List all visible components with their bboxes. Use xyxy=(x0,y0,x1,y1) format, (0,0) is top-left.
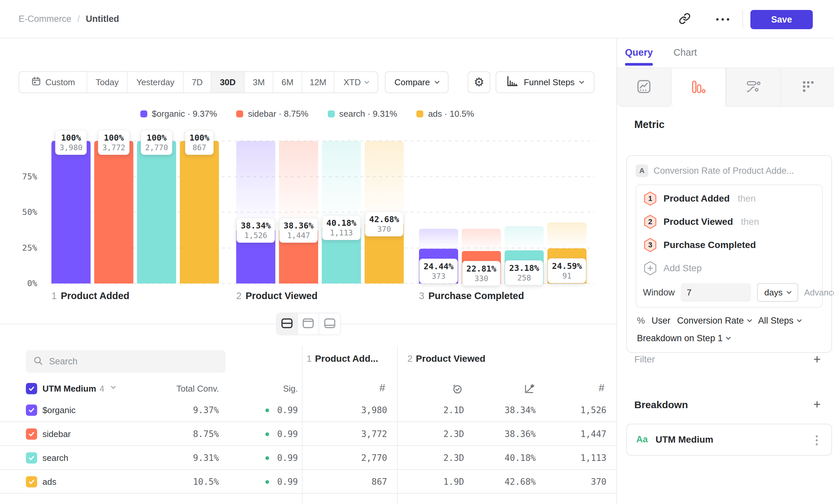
count-column-icon[interactable]: # xyxy=(379,382,385,394)
query-panel: Query Chart xyxy=(616,39,834,504)
tab-flows[interactable] xyxy=(726,68,780,107)
ellipsis-icon xyxy=(716,18,729,21)
y-axis-tick: 50% xyxy=(11,207,37,217)
step1-count: 867 xyxy=(372,470,387,494)
significance-dot xyxy=(265,409,269,412)
measurement-select[interactable]: Conversion Rate xyxy=(677,316,751,326)
save-button[interactable]: Save xyxy=(750,10,813,29)
tab-query[interactable]: Query xyxy=(625,47,653,58)
chevron-down-icon xyxy=(726,335,731,340)
funnel-step-3[interactable]: 3 Purchase Completed xyxy=(643,233,815,257)
add-filter-button[interactable]: + xyxy=(813,353,821,365)
chart-step-label: 2Product Viewed xyxy=(236,291,317,301)
tab-retention[interactable] xyxy=(780,68,834,107)
search-icon xyxy=(33,356,43,367)
layout-table-only-button[interactable] xyxy=(319,313,341,335)
chevron-down-icon[interactable] xyxy=(111,384,116,389)
col-sig[interactable]: Sig. xyxy=(283,379,298,398)
sig-value: 0.99 xyxy=(277,422,298,446)
avg-time-value: 1.9D xyxy=(443,470,464,494)
funnel-bar-organic-step1[interactable] xyxy=(51,141,91,283)
search-input[interactable] xyxy=(49,357,208,367)
metric-letter-badge: A xyxy=(636,164,648,177)
funnel-dropoff-area xyxy=(279,141,318,229)
select-all-checkbox[interactable] xyxy=(26,383,37,394)
funnel-dropoff-area xyxy=(547,223,587,248)
conversion-column-icon[interactable] xyxy=(524,383,535,396)
funnel-bar-sidebar-step1[interactable] xyxy=(94,141,133,283)
avg-time-value: 2.3D xyxy=(443,446,464,470)
avg-time-column-icon[interactable] xyxy=(452,383,463,396)
window-label: Window xyxy=(643,288,675,298)
funnel-step-2[interactable]: 2 Product Viewed then xyxy=(643,210,815,233)
funnel-bar-search-step1[interactable] xyxy=(137,141,176,283)
table-search xyxy=(26,350,225,373)
avg-time-value: 2.1D xyxy=(443,398,464,422)
total-conv-value: 8.75% xyxy=(193,422,219,446)
total-conv-value: 10.5% xyxy=(193,470,219,494)
tab-funnels-selected[interactable] xyxy=(671,68,726,107)
more-menu-button[interactable] xyxy=(712,8,733,30)
tab-insights[interactable] xyxy=(617,68,671,107)
y-axis-tick: 0% xyxy=(11,278,37,288)
row-checkbox[interactable] xyxy=(26,452,37,463)
step2-count: 1,526 xyxy=(580,398,607,422)
funnel-dropoff-area xyxy=(365,141,404,223)
step1-count: 3,772 xyxy=(361,422,387,446)
report-type-tabs xyxy=(617,68,834,107)
funnels-icon xyxy=(691,79,706,95)
string-type-icon: Aa xyxy=(636,434,648,445)
breakdown-section-title: Breakdown xyxy=(634,399,688,411)
table-step1-header: 1Product Add... xyxy=(307,353,378,364)
chevron-down-icon xyxy=(796,317,802,323)
significance-dot xyxy=(265,432,269,436)
window-unit-select[interactable]: days xyxy=(757,283,798,302)
breakdown-on-step-select[interactable]: Breakdown on Step 1 xyxy=(636,333,823,344)
bottom-panel-icon xyxy=(324,318,336,330)
table-row[interactable]: sidebar 8.75% 0.99 3,772 2.3D 38.36% 1,4… xyxy=(0,422,616,446)
split-view-icon xyxy=(281,318,293,330)
metric-title-row[interactable]: A Conversion Rate of Product Adde... xyxy=(636,163,823,178)
breakdown-property-card[interactable]: Aa UTM Medium xyxy=(626,424,832,456)
kebab-menu-icon[interactable] xyxy=(810,432,824,448)
advanced-toggle[interactable]: Advanced xyxy=(804,288,834,298)
funnel-dropoff-area xyxy=(236,141,275,229)
step2-conv: 38.36% xyxy=(505,422,536,446)
col-total-conv[interactable]: Total Conv. xyxy=(176,379,219,398)
step-number-hexagon: 1 xyxy=(643,191,657,206)
bar-value-label: 22.81%330 xyxy=(462,261,501,286)
row-name: ads xyxy=(42,470,57,494)
row-checkbox[interactable] xyxy=(26,428,37,440)
percent-prefix: % xyxy=(637,316,645,326)
funnel-step-1[interactable]: 1 Product Added then xyxy=(643,187,815,210)
conversion-window-row: Window days Advanced xyxy=(643,283,815,302)
steps-scope-select[interactable]: All Steps xyxy=(758,316,801,326)
funnel-dropoff-area xyxy=(462,229,501,251)
add-breakdown-button[interactable]: + xyxy=(813,398,821,411)
add-step-button[interactable]: Add Step xyxy=(643,257,815,280)
table-row[interactable]: search 9.31% 0.99 2,770 2.3D 40.18% 1,11… xyxy=(0,446,616,470)
step1-count: 3,980 xyxy=(361,398,387,422)
row-checkbox[interactable] xyxy=(26,405,37,416)
chevron-down-icon xyxy=(747,317,752,323)
copy-link-button[interactable] xyxy=(674,8,695,30)
funnel-bar-ads-step1[interactable] xyxy=(180,141,219,283)
y-axis-tick: 25% xyxy=(11,243,37,253)
table-row[interactable]: ads 10.5% 0.99 867 1.9D 42.68% 370 xyxy=(0,470,616,494)
group-by-label[interactable]: UTM Medium xyxy=(42,379,96,398)
step-number-hexagon: 2 xyxy=(643,214,657,229)
y-axis-tick: 75% xyxy=(11,172,37,181)
table-row[interactable]: $organic 9.37% 0.99 3,980 2.1D 38.34% 1,… xyxy=(0,398,616,422)
funnel-steps-card: 1 Product Added then 2 Product Viewed th… xyxy=(636,184,823,308)
group-count: 4 xyxy=(100,379,104,398)
row-checkbox[interactable] xyxy=(26,476,37,487)
measurement-row: % User Conversion Rate All Steps xyxy=(636,316,823,326)
count-column-icon[interactable]: # xyxy=(599,382,605,394)
layout-split-button[interactable] xyxy=(277,313,298,335)
chart-step-label: 1Product Added xyxy=(51,291,129,301)
window-value-input[interactable] xyxy=(681,283,751,302)
entity-label[interactable]: User xyxy=(652,316,671,326)
tab-chart[interactable]: Chart xyxy=(674,47,697,58)
layout-chart-only-button[interactable] xyxy=(298,313,319,335)
bar-value-label: 42.68%370 xyxy=(365,211,403,236)
